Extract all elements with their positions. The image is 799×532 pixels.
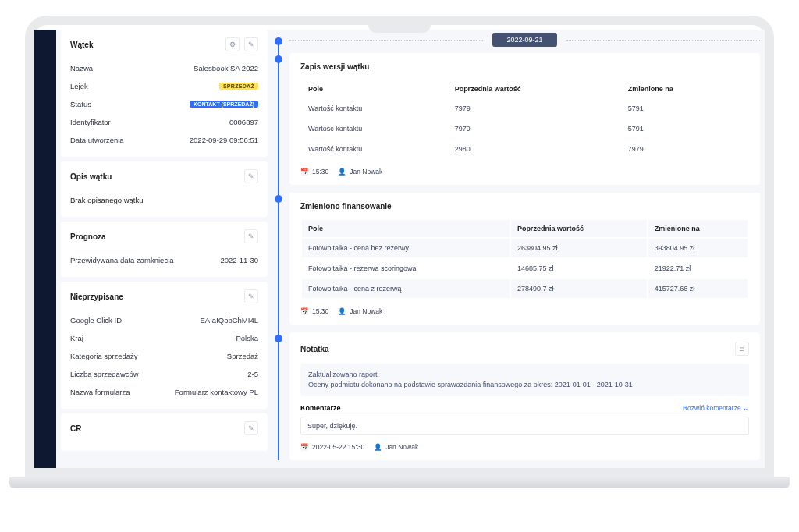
finance-title: Zmieniono finansowanie — [300, 202, 749, 211]
finance-time: 15:30 — [312, 307, 328, 315]
col-new: Zmienione na — [648, 220, 748, 237]
finance-user: Jan Nowak — [350, 307, 382, 315]
table-row: Fotowoltaika - rezerwa scoringowa14685.7… — [302, 259, 748, 278]
col-field: Pole — [302, 80, 447, 98]
menu-icon[interactable]: ≡ — [735, 342, 749, 356]
timeline-rail — [278, 37, 279, 460]
desc-card: Opis wątku ✎ Brak opisanego wątku — [61, 161, 268, 217]
thread-card: Wątek ⚙ ✎ NazwaSalesbook SA 2022 LejekSP… — [61, 30, 268, 157]
calendar-icon: 📅 15:30 — [300, 168, 328, 176]
note-time: 2022-05-22 15:30 — [312, 443, 364, 451]
country-value: Polska — [236, 334, 258, 342]
sellers-label: Liczba sprzedawców — [70, 370, 139, 378]
left-panel: Wątek ⚙ ✎ NazwaSalesbook SA 2022 LejekSP… — [56, 30, 271, 468]
laptop-base — [9, 477, 790, 488]
cat-value: Sprzedaż — [227, 352, 258, 360]
name-value: Salesbook SA 2022 — [194, 64, 258, 73]
close-value: 2022-11-30 — [220, 256, 258, 264]
table-row: Wartość kontaktu29807979 — [302, 140, 748, 158]
calendar-icon: 📅 2022-05-22 15:30 — [300, 443, 364, 451]
note-title: Notatka — [300, 345, 329, 353]
form-label: Nazwa formularza — [70, 388, 130, 396]
thread-title: Wątek — [70, 41, 93, 49]
pencil-icon[interactable]: ✎ — [244, 229, 258, 243]
pencil-icon[interactable]: ✎ — [244, 37, 258, 51]
pencil-icon[interactable]: ✎ — [244, 169, 258, 183]
col-prev: Poprzednia wartość — [511, 220, 647, 237]
comment-text: Super, dziękuję. — [300, 417, 749, 435]
created-value: 2022-09-29 09:56:51 — [190, 136, 258, 144]
status-label: Status — [70, 100, 91, 108]
status-badge: KONTAKT (SPRZEDAŻ) — [190, 101, 258, 108]
col-new: Zmienione na — [622, 80, 748, 98]
user-icon: 👤 Jan Nowak — [338, 168, 382, 176]
note-line2: Oceny podmiotu dokonano na podstawie spr… — [308, 380, 741, 390]
cr-card: CR ✎ — [61, 413, 268, 451]
version-time: 15:30 — [312, 168, 328, 176]
calendar-icon: 📅 15:30 — [300, 307, 328, 315]
desc-title: Opis wątku — [70, 172, 112, 181]
expand-comments-link[interactable]: Rozwiń komentarze ⌄ — [683, 404, 749, 412]
desc-empty: Brak opisanego wątku — [70, 196, 143, 204]
finance-entry: Zmieniono finansowanie Pole Poprzednia w… — [289, 193, 760, 325]
close-label: Przewidywana data zamknięcia — [70, 256, 174, 264]
version-entry: Zapis wersji wątku Pole Poprzednia warto… — [289, 53, 760, 185]
user-icon: 👤 Jan Nowak — [338, 307, 382, 315]
name-label: Nazwa — [70, 64, 93, 73]
app-sidebar-nav[interactable] — [34, 30, 56, 468]
forecast-title: Prognoza — [70, 232, 106, 241]
note-line1: Zaktualizowano raport. — [308, 370, 741, 380]
id-label: Identyfikator — [70, 118, 111, 126]
id-value: 0006897 — [229, 118, 258, 126]
note-entry: Notatka ≡ Zaktualizowano raport. Oceny p… — [289, 332, 760, 460]
funnel-label: Lejek — [70, 82, 88, 90]
forecast-card: Prognoza ✎ Przewidywana data zamknięcia2… — [61, 222, 268, 277]
finance-table: Pole Poprzednia wartość Zmienione na Fot… — [300, 218, 749, 300]
right-panel: 2022-09-21 Zapis wersji wątku Pole Poprz… — [271, 30, 765, 468]
version-table: Pole Poprzednia wartość Zmienione na War… — [300, 79, 749, 160]
col-prev: Poprzednia wartość — [449, 80, 620, 98]
unassigned-title: Nieprzypisane — [70, 293, 123, 301]
pencil-icon[interactable]: ✎ — [244, 421, 258, 435]
gclid-label: Google Click ID — [70, 316, 122, 325]
cr-title: CR — [70, 424, 81, 433]
unassigned-card: Nieprzypisane ✎ Google Click IDEAIaIQobC… — [61, 282, 268, 409]
version-user: Jan Nowak — [350, 168, 382, 176]
comments-title: Komentarze — [300, 404, 341, 412]
created-label: Data utworzenia — [70, 136, 124, 144]
funnel-badge: SPRZEDAŻ — [219, 83, 258, 90]
note-user: Jan Nowak — [385, 443, 418, 451]
table-row: Wartość kontaktu79795791 — [302, 119, 748, 138]
sellers-value: 2-5 — [247, 370, 258, 378]
timeline-date-chip: 2022-09-21 — [492, 33, 556, 47]
note-body: Zaktualizowano raport. Oceny podmiotu do… — [300, 364, 749, 396]
timeline-dot — [275, 37, 282, 45]
pencil-icon[interactable]: ✎ — [244, 289, 258, 303]
col-field: Pole — [302, 220, 510, 237]
gclid-value: EAIaIQobChMI4L — [201, 316, 258, 325]
gear-icon[interactable]: ⚙ — [225, 37, 240, 51]
cat-label: Kategoria sprzedaży — [70, 352, 138, 360]
table-row: Fotowoltaika - cena z rezerwą278490.7 zł… — [302, 279, 748, 298]
table-row: Wartość kontaktu79795791 — [302, 99, 748, 118]
version-title: Zapis wersji wątku — [300, 62, 749, 71]
user-icon: 👤 Jan Nowak — [374, 443, 418, 451]
table-row: Fotowoltaika - cena bez rezerwy263804.95… — [302, 239, 748, 257]
form-value: Formularz kontaktowy PL — [175, 388, 258, 396]
country-label: Kraj — [70, 334, 83, 342]
